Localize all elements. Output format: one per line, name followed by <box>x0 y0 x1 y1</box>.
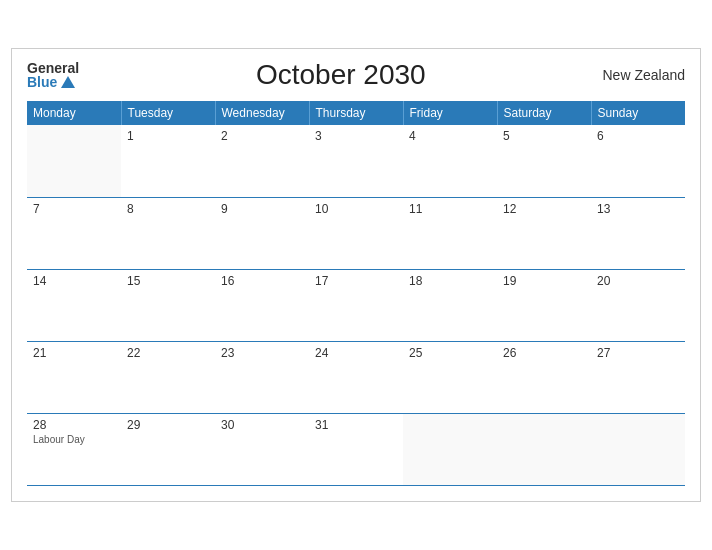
day-number: 4 <box>409 129 416 143</box>
calendar-cell: 3 <box>309 125 403 197</box>
header-friday: Friday <box>403 101 497 125</box>
calendar-week-row: 78910111213 <box>27 197 685 269</box>
day-number: 28 <box>33 418 46 432</box>
calendar-cell: 17 <box>309 269 403 341</box>
calendar-week-row: 21222324252627 <box>27 341 685 413</box>
day-number: 5 <box>503 129 510 143</box>
calendar-container: General Blue October 2030 New Zealand Mo… <box>11 48 701 502</box>
day-number: 25 <box>409 346 422 360</box>
header-saturday: Saturday <box>497 101 591 125</box>
day-number: 21 <box>33 346 46 360</box>
calendar-week-row: 123456 <box>27 125 685 197</box>
calendar-cell: 26 <box>497 341 591 413</box>
calendar-cell: 4 <box>403 125 497 197</box>
calendar-cell: 1 <box>121 125 215 197</box>
day-number: 22 <box>127 346 140 360</box>
day-number: 29 <box>127 418 140 432</box>
calendar-cell: 5 <box>497 125 591 197</box>
day-number: 30 <box>221 418 234 432</box>
calendar-cell: 20 <box>591 269 685 341</box>
calendar-cell: 28Labour Day <box>27 413 121 485</box>
calendar-cell: 19 <box>497 269 591 341</box>
calendar-cell: 29 <box>121 413 215 485</box>
day-number: 13 <box>597 202 610 216</box>
day-number: 6 <box>597 129 604 143</box>
calendar-cell <box>497 413 591 485</box>
header-tuesday: Tuesday <box>121 101 215 125</box>
day-number: 2 <box>221 129 228 143</box>
header-monday: Monday <box>27 101 121 125</box>
calendar-week-row: 28Labour Day293031 <box>27 413 685 485</box>
calendar-cell: 2 <box>215 125 309 197</box>
calendar-cell <box>591 413 685 485</box>
calendar-cell: 13 <box>591 197 685 269</box>
calendar-cell: 16 <box>215 269 309 341</box>
day-number: 19 <box>503 274 516 288</box>
day-number: 15 <box>127 274 140 288</box>
day-number: 8 <box>127 202 134 216</box>
calendar-cell: 31 <box>309 413 403 485</box>
calendar-cell: 18 <box>403 269 497 341</box>
calendar-cell: 27 <box>591 341 685 413</box>
calendar-cell: 30 <box>215 413 309 485</box>
day-number: 24 <box>315 346 328 360</box>
day-number: 7 <box>33 202 40 216</box>
day-number: 16 <box>221 274 234 288</box>
calendar-cell: 23 <box>215 341 309 413</box>
calendar-table: Monday Tuesday Wednesday Thursday Friday… <box>27 101 685 486</box>
calendar-cell: 25 <box>403 341 497 413</box>
calendar-header: General Blue October 2030 New Zealand <box>27 59 685 91</box>
event-label: Labour Day <box>33 434 115 445</box>
calendar-cell: 12 <box>497 197 591 269</box>
logo: General Blue <box>27 61 79 89</box>
header-sunday: Sunday <box>591 101 685 125</box>
country-label: New Zealand <box>603 67 686 83</box>
day-number: 27 <box>597 346 610 360</box>
calendar-cell <box>27 125 121 197</box>
day-number: 10 <box>315 202 328 216</box>
day-number: 20 <box>597 274 610 288</box>
calendar-cell: 7 <box>27 197 121 269</box>
day-number: 26 <box>503 346 516 360</box>
calendar-cell: 9 <box>215 197 309 269</box>
calendar-cell: 15 <box>121 269 215 341</box>
month-title: October 2030 <box>256 59 426 91</box>
header-thursday: Thursday <box>309 101 403 125</box>
logo-blue-text: Blue <box>27 75 79 89</box>
day-number: 11 <box>409 202 422 216</box>
day-number: 23 <box>221 346 234 360</box>
calendar-cell: 22 <box>121 341 215 413</box>
day-number: 12 <box>503 202 516 216</box>
calendar-cell: 24 <box>309 341 403 413</box>
calendar-cell <box>403 413 497 485</box>
calendar-cell: 8 <box>121 197 215 269</box>
day-number: 1 <box>127 129 134 143</box>
calendar-cell: 11 <box>403 197 497 269</box>
header-wednesday: Wednesday <box>215 101 309 125</box>
day-number: 17 <box>315 274 328 288</box>
calendar-cell: 14 <box>27 269 121 341</box>
day-number: 18 <box>409 274 422 288</box>
day-number: 3 <box>315 129 322 143</box>
day-number: 31 <box>315 418 328 432</box>
calendar-cell: 10 <box>309 197 403 269</box>
logo-triangle-icon <box>61 76 75 88</box>
logo-general-text: General <box>27 61 79 75</box>
calendar-cell: 6 <box>591 125 685 197</box>
day-number: 14 <box>33 274 46 288</box>
calendar-cell: 21 <box>27 341 121 413</box>
day-number: 9 <box>221 202 228 216</box>
calendar-week-row: 14151617181920 <box>27 269 685 341</box>
weekday-header-row: Monday Tuesday Wednesday Thursday Friday… <box>27 101 685 125</box>
